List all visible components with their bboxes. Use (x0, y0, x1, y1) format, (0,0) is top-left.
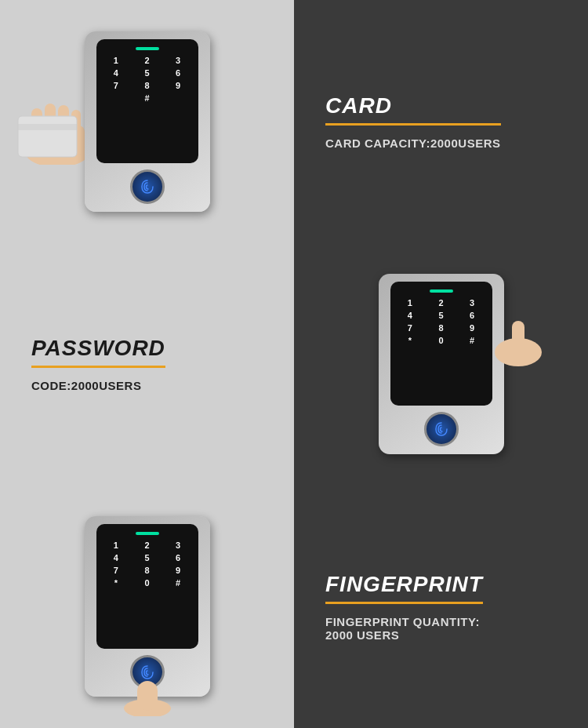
key-2c: 2 (133, 541, 161, 550)
key-0c: 0 (133, 579, 161, 588)
password-image-cell: 1 2 3 4 5 6 7 8 9 * 0 # (294, 242, 588, 485)
svg-rect-11 (137, 681, 158, 711)
password-info-cell: PASSWORD CODE:2000USERS (0, 242, 294, 485)
password-title-underline (31, 366, 165, 368)
key-6c: 6 (165, 554, 192, 562)
key-hashc: # (165, 579, 192, 588)
key-5c: 5 (133, 554, 161, 562)
key-3c: 3 (165, 541, 192, 550)
thumb-press-icon (120, 673, 175, 716)
key-9c: 9 (165, 566, 192, 575)
key-hashb: # (459, 337, 486, 345)
card-title-underline (325, 123, 501, 126)
access-control-device-top-left: 1 2 3 4 5 6 7 8 9 # (85, 31, 210, 212)
key-6b: 6 (459, 311, 486, 320)
pointing-finger-icon (485, 321, 547, 368)
device-screen-3: 1 2 3 4 5 6 7 8 9 * 0 # (96, 524, 198, 648)
fingerprint-info-cell: FINGERPRINT FINGERPRINT QUANTITY: 2000 U… (294, 486, 588, 728)
status-indicator-3 (136, 532, 159, 535)
key-2b: 2 (427, 299, 455, 308)
card-info-block: CARD CARD CAPACITY:2000USERS (325, 93, 501, 150)
card-description: CARD CAPACITY:2000USERS (325, 136, 501, 150)
access-control-device-bot-left: 1 2 3 4 5 6 7 8 9 * 0 # (85, 516, 210, 697)
svg-point-9 (495, 338, 542, 366)
device-screen: 1 2 3 4 5 6 7 8 9 # (96, 39, 198, 163)
key-9: 9 (165, 82, 192, 90)
fingerprint-sensor-2 (424, 412, 459, 446)
keypad-grid-2: 1 2 3 4 5 6 7 8 9 * 0 # (397, 299, 486, 345)
svg-rect-6 (18, 116, 77, 157)
fingerprint-description: FINGERPRINT QUANTITY: 2000 USERS (325, 615, 483, 642)
key-7c: 7 (103, 566, 130, 575)
card-info-cell: CARD CARD CAPACITY:2000USERS (294, 0, 588, 242)
key-6: 6 (165, 69, 192, 78)
key-starc: * (103, 579, 130, 588)
key-5b: 5 (427, 311, 455, 320)
card-image-cell: 1 2 3 4 5 6 7 8 9 # (0, 0, 294, 242)
device-screen-2: 1 2 3 4 5 6 7 8 9 * 0 # (390, 282, 492, 406)
key-4c: 4 (103, 554, 130, 562)
key-8c: 8 (133, 566, 161, 575)
key-8b: 8 (427, 324, 455, 333)
key-star (103, 94, 130, 103)
key-2: 2 (133, 56, 161, 65)
keypad-grid: 1 2 3 4 5 6 7 8 9 # (103, 56, 192, 103)
key-3b: 3 (459, 299, 486, 308)
password-title: PASSWORD (31, 336, 165, 361)
key-hash: # (133, 94, 161, 103)
fingerprint-icon-2 (433, 420, 450, 438)
fingerprint-title-underline (325, 602, 483, 604)
key-1b: 1 (397, 299, 424, 308)
key-8: 8 (133, 82, 161, 90)
fingerprint-image-cell: 1 2 3 4 5 6 7 8 9 * 0 # (0, 486, 294, 728)
keypad-grid-3: 1 2 3 4 5 6 7 8 9 * 0 # (103, 541, 192, 588)
key-9b: 9 (459, 324, 486, 333)
password-info-block: PASSWORD CODE:2000USERS (31, 336, 165, 392)
fingerprint-title: FINGERPRINT (325, 572, 483, 597)
svg-rect-7 (18, 124, 77, 130)
key-blank (165, 94, 192, 103)
key-4b: 4 (397, 311, 424, 320)
key-3: 3 (165, 56, 192, 65)
key-4: 4 (103, 69, 130, 78)
fingerprint-info-block: FINGERPRINT FINGERPRINT QUANTITY: 2000 U… (325, 572, 483, 642)
key-5: 5 (133, 69, 161, 78)
key-7b: 7 (397, 324, 424, 333)
key-starb: * (397, 337, 424, 345)
key-0b: 0 (427, 337, 455, 345)
status-indicator-2 (430, 289, 453, 293)
fingerprint-icon (139, 178, 156, 195)
fingerprint-sensor (130, 169, 165, 204)
key-1: 1 (103, 56, 130, 65)
card-title: CARD (325, 93, 501, 118)
key-7: 7 (103, 82, 130, 90)
key-1c: 1 (103, 541, 130, 550)
password-description: CODE:2000USERS (31, 379, 165, 392)
status-indicator (136, 47, 159, 50)
